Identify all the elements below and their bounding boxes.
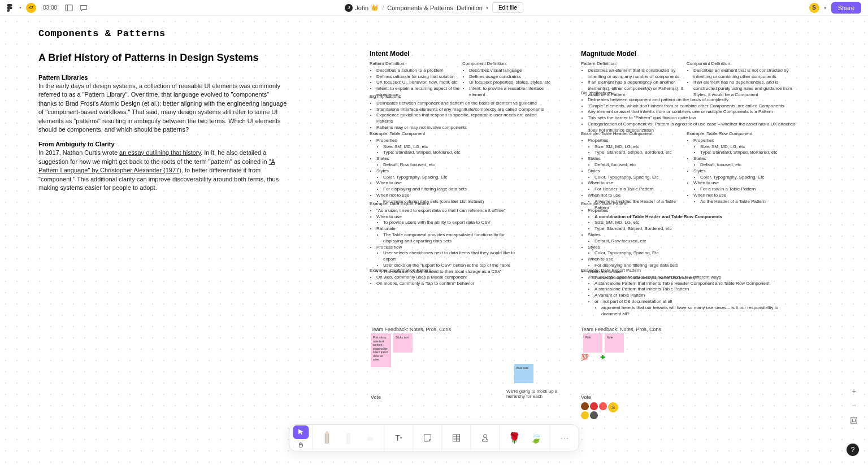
vote-avatar[interactable] <box>581 402 589 410</box>
intent-title: Intent Model <box>370 50 410 58</box>
section-body: In 2017, Nathan Curtis wrote an essay ou… <box>38 149 287 192</box>
vote-avatar[interactable] <box>581 411 589 419</box>
add-reaction-icon[interactable]: ✚ <box>600 354 605 361</box>
sticker-bud-tool[interactable]: 🌹 <box>504 427 525 449</box>
mag-ex-data-export: Example: Data Export Pattern This use-ca… <box>581 268 784 317</box>
intent-feedback-label: Team Feedback: Notes, Pros, Cons <box>371 327 451 332</box>
hierarchy-caption: We're going to mock up a heirarchy for e… <box>506 389 574 399</box>
hand-tool[interactable] <box>293 439 309 450</box>
topbar: ▾ ⏱ 03:00 J John 👑 / Components & Patter… <box>0 0 868 16</box>
svg-rect-10 <box>851 418 857 423</box>
vote-avatars-row2 <box>581 411 598 419</box>
marker-tool[interactable] <box>338 427 359 449</box>
mag-ex-row: Example: Table Row Component PropertiesS… <box>687 131 794 205</box>
sticker-leaf-tool[interactable]: 🍃 <box>525 427 546 449</box>
intent-component-def: Component Definition: Describes visual l… <box>462 61 553 98</box>
figjam-logo-icon[interactable] <box>7 4 15 12</box>
share-button[interactable]: Share <box>831 2 861 14</box>
intent-ex-export: Example: Data Export Pattern "As a user,… <box>370 201 517 275</box>
intent-pattern-def: Pattern Definition: Describes a solution… <box>370 61 471 98</box>
sticky-note[interactable]: Sticky text <box>393 333 413 353</box>
intent-ex-table: Example: Table Component PropertiesSize:… <box>370 131 517 205</box>
stamp-tool[interactable] <box>475 427 496 449</box>
pointer-tool[interactable] <box>293 425 309 439</box>
svg-rect-4 <box>367 437 373 441</box>
chevron-down-icon[interactable]: ▾ <box>19 5 21 10</box>
intent-vote-label: Vote <box>371 394 381 400</box>
zoom-controls: + − <box>849 386 859 425</box>
essay-heading: A Brief History of Patterns in Design Sy… <box>38 52 287 64</box>
mag-feedback-label: Team Feedback: Notes, Pros, Cons <box>581 327 661 332</box>
page-title: Components & Patterns <box>38 28 166 39</box>
zoom-fit-button[interactable] <box>849 415 859 425</box>
svg-point-0 <box>10 6 12 9</box>
pencil-tool[interactable] <box>316 427 338 449</box>
svg-point-9 <box>484 434 487 438</box>
edit-file-button[interactable]: Edit file <box>492 2 523 13</box>
breadcrumb-sep: / <box>382 5 384 11</box>
timer-avatar: ⏱ <box>26 3 36 13</box>
eraser-tool[interactable] <box>359 427 381 449</box>
canvas[interactable]: Components & Patterns A Brief History of… <box>0 16 868 465</box>
reaction-emoji[interactable]: 💯 <box>581 354 589 361</box>
sticky-note[interactable]: Blue note <box>514 364 533 383</box>
svg-rect-11 <box>852 419 855 421</box>
owner-name: John <box>355 5 368 11</box>
essay-column: A Brief History of Patterns in Design Sy… <box>38 52 287 192</box>
sticky-note[interactable]: Pink sticky note text content placeholde… <box>371 333 391 367</box>
sticky-tool[interactable] <box>417 427 439 449</box>
user-menu-chevron-icon[interactable]: ▾ <box>824 5 827 11</box>
crown-icon: 👑 <box>371 4 379 11</box>
svg-rect-1 <box>66 5 72 11</box>
more-tools[interactable]: ⋯ <box>554 427 575 449</box>
magnitude-title: Magnitude Model <box>581 50 636 58</box>
zoom-in-button[interactable]: + <box>849 386 859 396</box>
panel-icon[interactable] <box>64 3 74 13</box>
section-title: From Ambiguity to Clarity <box>38 141 287 147</box>
mag-ex-header: Example: Table Header Component Properti… <box>581 131 688 211</box>
svg-rect-3 <box>346 433 350 444</box>
intent-implications: Big implications Delineates between comp… <box>370 94 550 131</box>
file-menu-chevron-icon[interactable]: ▾ <box>486 5 489 11</box>
intent-ex-confirm: Example: Confirmation Pattern On web, co… <box>370 268 517 286</box>
mag-implications: Big implications Delineates between comp… <box>581 90 796 134</box>
file-name[interactable]: Components & Patterns: Definition <box>387 5 483 11</box>
essay-link[interactable]: an essay outlining that history <box>119 149 201 156</box>
section-title: Pattern Libraries <box>38 74 287 81</box>
text-tool[interactable]: T▾ <box>388 427 410 449</box>
table-tool[interactable] <box>446 427 467 449</box>
section-body: In the early days of design systems, a c… <box>38 82 287 134</box>
sticky-note[interactable]: Pink <box>583 333 602 353</box>
mag-vote-label: Vote <box>581 394 591 400</box>
sticky-note[interactable]: Note <box>605 333 624 353</box>
zoom-out-button[interactable]: − <box>849 401 859 411</box>
timer[interactable]: 03:00 <box>41 4 59 11</box>
comment-icon[interactable] <box>79 3 89 13</box>
vote-avatar[interactable] <box>590 411 598 419</box>
vote-avatar[interactable] <box>599 402 607 410</box>
vote-avatar[interactable]: S <box>608 402 618 412</box>
vote-avatar[interactable] <box>590 402 598 410</box>
owner-chip[interactable]: J John 👑 <box>345 4 379 12</box>
help-button[interactable]: ? <box>847 444 859 456</box>
current-user-avatar[interactable]: S <box>809 3 819 13</box>
bottom-toolbar: T▾ 🌹 🍃 ⋯ <box>289 424 579 451</box>
